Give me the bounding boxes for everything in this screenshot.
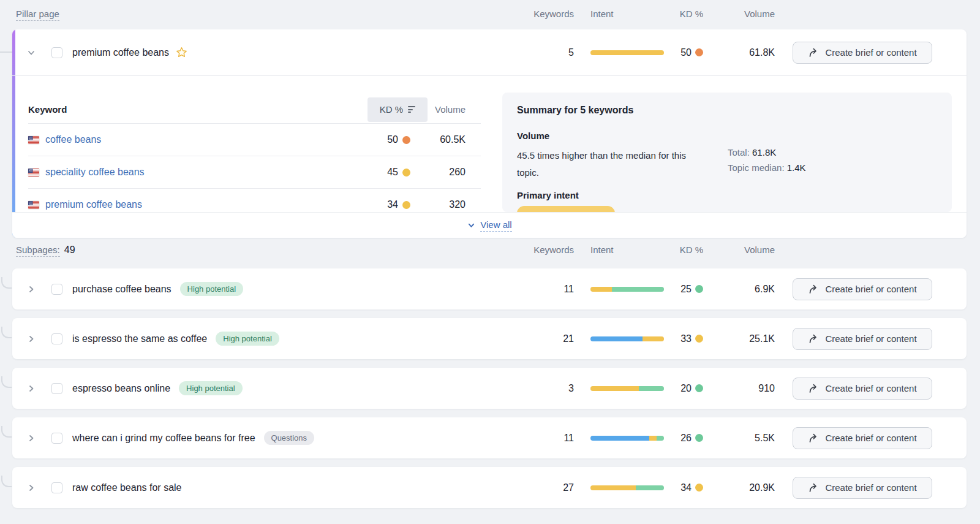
subpages-list: purchase coffee beans High potential 11 … <box>12 268 967 517</box>
subpages-label[interactable]: Subpages: <box>16 245 60 257</box>
primary-intent-pill <box>517 206 615 212</box>
subpage-intent-bar <box>590 485 664 490</box>
summary-volume-label: Volume <box>517 131 937 141</box>
subpage-keywords-count: 11 <box>525 433 574 444</box>
subpage-kd-value: 26 <box>680 433 692 444</box>
keyword-col-header: Keyword <box>28 104 368 115</box>
subpage-intent-bar <box>590 436 664 441</box>
subpage-row: espresso beans online High potential 3 2… <box>12 368 967 409</box>
subpage-checkbox[interactable] <box>51 284 62 295</box>
column-headers: Keywords Intent KD % Volume <box>525 9 932 19</box>
star-icon[interactable] <box>175 46 188 59</box>
subpage-tree-connector <box>1 476 12 487</box>
col-header-kd: KD % <box>664 9 703 19</box>
keyword-table-header: Keyword KD % Volume <box>28 96 481 123</box>
pillar-tree-connector <box>0 51 12 53</box>
kd-dot <box>695 285 703 293</box>
arrow-redo-icon <box>808 284 819 295</box>
subpage-keywords-count: 21 <box>525 333 574 344</box>
expand-chevron-icon[interactable] <box>26 483 36 493</box>
subpage-volume: 6.9K <box>703 284 775 295</box>
kd-dot <box>695 384 703 392</box>
keyword-link[interactable]: premium coffee beans <box>45 199 142 210</box>
kd-dot <box>402 136 410 144</box>
subpage-row: purchase coffee beans High potential 11 … <box>12 268 967 309</box>
primary-intent-label: Primary intent <box>517 190 937 200</box>
subpage-checkbox[interactable] <box>51 383 62 394</box>
kd-dot <box>695 434 703 442</box>
expand-chevron-icon[interactable] <box>26 433 36 443</box>
subpage-keywords-count: 27 <box>525 482 574 493</box>
expand-chevron-icon[interactable] <box>26 334 36 344</box>
col-header-volume: Volume <box>703 245 775 255</box>
pillar-expanded-content: Keyword KD % Volume coffee beans 50 60.5… <box>12 75 967 212</box>
subpage-kd-value: 34 <box>680 482 692 493</box>
subpage-checkbox[interactable] <box>51 482 62 493</box>
total-volume-value: 61.8K <box>752 147 776 158</box>
subpage-title: is espresso the same as coffee <box>72 333 207 344</box>
column-headers: Keywords Intent KD % Volume <box>525 245 932 255</box>
arrow-redo-icon <box>808 433 819 444</box>
keyword-row: speciality coffee beans 45 260 <box>28 156 481 188</box>
arrow-redo-icon <box>808 333 819 344</box>
pillar-checkbox[interactable] <box>51 47 62 58</box>
subpages-count: 49 <box>64 245 75 255</box>
subpage-intent-bar <box>590 336 664 341</box>
col-header-keywords: Keywords <box>525 9 574 19</box>
pillar-row: premium coffee beans 5 50 61.8K Create b… <box>12 29 967 75</box>
expand-chevron-icon[interactable] <box>26 384 36 393</box>
subpage-intent-bar <box>590 386 664 391</box>
create-brief-button[interactable]: Create brief or content <box>793 42 932 64</box>
kd-sort-header[interactable]: KD % <box>368 97 428 122</box>
subpage-checkbox[interactable] <box>51 333 62 344</box>
expand-chevron-icon[interactable] <box>26 284 36 294</box>
subpage-intent-bar <box>590 287 664 292</box>
subpage-title: raw coffee beans for sale <box>72 482 181 493</box>
pillar-page-label[interactable]: Pillar page <box>16 9 59 21</box>
subpage-tree-connector <box>1 426 12 438</box>
subpage-row: raw coffee beans for sale 27 34 20.9K Cr… <box>12 467 967 508</box>
keyword-link[interactable]: coffee beans <box>45 134 101 145</box>
subpage-title: purchase coffee beans <box>72 284 172 295</box>
subpage-volume: 5.5K <box>703 433 775 444</box>
pillar-kd-value: 50 <box>680 47 692 58</box>
pillar-section-header: Pillar page Keywords Intent KD % Volume <box>16 9 932 21</box>
subpage-checkbox[interactable] <box>51 433 62 444</box>
pillar-volume: 61.8K <box>703 47 775 58</box>
sort-desc-icon <box>408 106 415 113</box>
kd-dot <box>695 335 703 343</box>
keyword-link[interactable]: speciality coffee beans <box>45 167 145 178</box>
view-all-bar: View all <box>12 212 967 238</box>
col-header-kd: KD % <box>664 245 703 255</box>
kd-dot <box>402 201 410 209</box>
pillar-keywords-count: 5 <box>525 47 574 58</box>
kd-dot <box>695 48 703 56</box>
subpage-tree-connector <box>1 327 12 338</box>
create-brief-button[interactable]: Create brief or content <box>793 378 932 400</box>
chevron-down-icon <box>467 221 476 230</box>
subpage-keywords-count: 11 <box>525 284 574 295</box>
subpage-volume: 25.1K <box>703 333 775 344</box>
create-brief-button[interactable]: Create brief or content <box>793 427 932 449</box>
potential-badge: High potential <box>216 332 279 346</box>
us-flag-icon <box>28 169 39 177</box>
create-brief-button[interactable]: Create brief or content <box>793 477 932 499</box>
pillar-page-card: premium coffee beans 5 50 61.8K Create b… <box>12 29 967 238</box>
view-all-link[interactable]: View all <box>480 219 511 232</box>
create-brief-button[interactable]: Create brief or content <box>793 328 932 350</box>
subpages-section-header: Subpages:49 Keywords Intent KD % Volume <box>16 245 932 256</box>
keyword-table: Keyword KD % Volume coffee beans 50 60.5… <box>28 96 481 212</box>
summary-panel: Summary for 5 keywords Volume 45.5 times… <box>502 93 952 212</box>
collapse-chevron-icon[interactable] <box>26 48 36 58</box>
us-flag-icon <box>28 201 39 209</box>
col-header-volume: Volume <box>703 9 775 19</box>
us-flag-icon <box>28 136 39 144</box>
subpage-kd-value: 25 <box>680 284 692 295</box>
summary-title: Summary for 5 keywords <box>517 105 937 116</box>
subpage-tree-connector <box>1 376 12 388</box>
create-brief-button[interactable]: Create brief or content <box>793 278 932 300</box>
keyword-row: premium coffee beans 34 320 <box>28 188 481 212</box>
subpage-title: espresso beans online <box>72 383 170 394</box>
subpage-volume: 20.9K <box>703 482 775 493</box>
col-header-keywords: Keywords <box>525 245 574 255</box>
